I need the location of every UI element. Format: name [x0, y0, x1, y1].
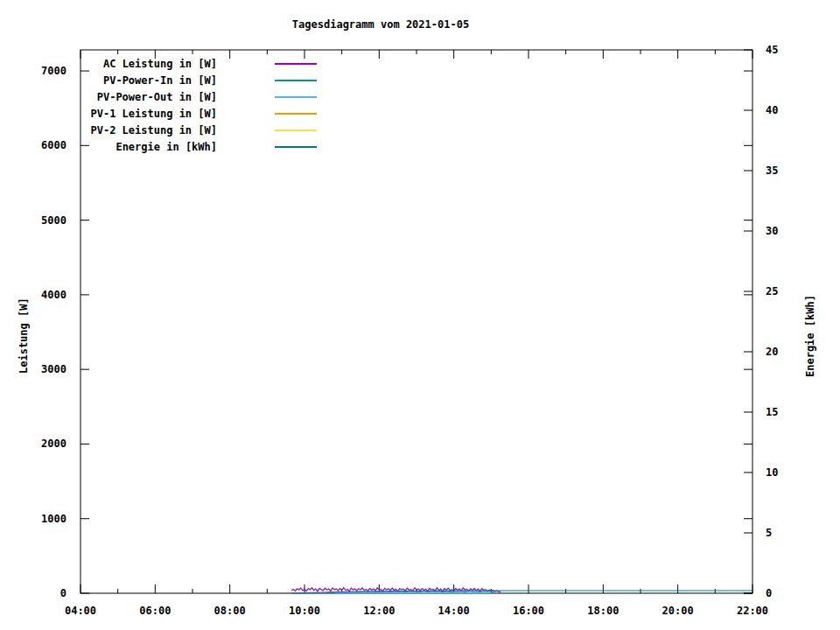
x-tick-label: 14:00 [438, 605, 470, 617]
y1-tick-label: 3000 [41, 363, 66, 375]
x-tick-label: 22:00 [737, 605, 768, 617]
y1-tick-label: 4000 [41, 289, 66, 301]
y1-tick-label: 6000 [41, 139, 66, 151]
y1-tick-label: 7000 [41, 65, 66, 77]
y1-tick-label: 5000 [41, 214, 66, 227]
x-tick-label: 16:00 [513, 605, 544, 617]
plot-canvas: 04:0006:0008:0010:0012:0014:0016:0018:00… [0, 0, 840, 630]
y1-tick-label: 0 [60, 587, 66, 599]
x-tick-label: 12:00 [363, 605, 395, 617]
y2-tick-label: 40 [766, 104, 778, 116]
x-tick-label: 10:00 [289, 605, 320, 617]
y2-tick-label: 0 [766, 587, 772, 599]
gnuplot-chart-window: Tagesdiagramm vom 2021-01-05 Leistung [W… [0, 0, 840, 630]
y2-tick-label: 25 [766, 285, 778, 298]
x-tick-label: 18:00 [587, 605, 619, 617]
x-tick-label: 20:00 [662, 605, 694, 617]
x-tick-label: 06:00 [139, 605, 171, 617]
y2-tick-label: 15 [766, 406, 778, 418]
y1-tick-label: 2000 [41, 438, 66, 450]
y2-tick-label: 30 [766, 225, 778, 237]
y2-tick-label: 45 [766, 44, 778, 56]
y2-tick-label: 5 [766, 527, 772, 539]
y2-tick-label: 10 [766, 466, 778, 479]
series-line-2 [334, 592, 491, 593]
plot-border [80, 50, 752, 593]
y2-tick-label: 35 [766, 164, 778, 177]
y2-tick-label: 20 [766, 346, 778, 358]
x-tick-label: 08:00 [214, 605, 246, 617]
x-tick-label: 04:00 [65, 605, 96, 617]
y1-tick-label: 1000 [41, 513, 66, 525]
